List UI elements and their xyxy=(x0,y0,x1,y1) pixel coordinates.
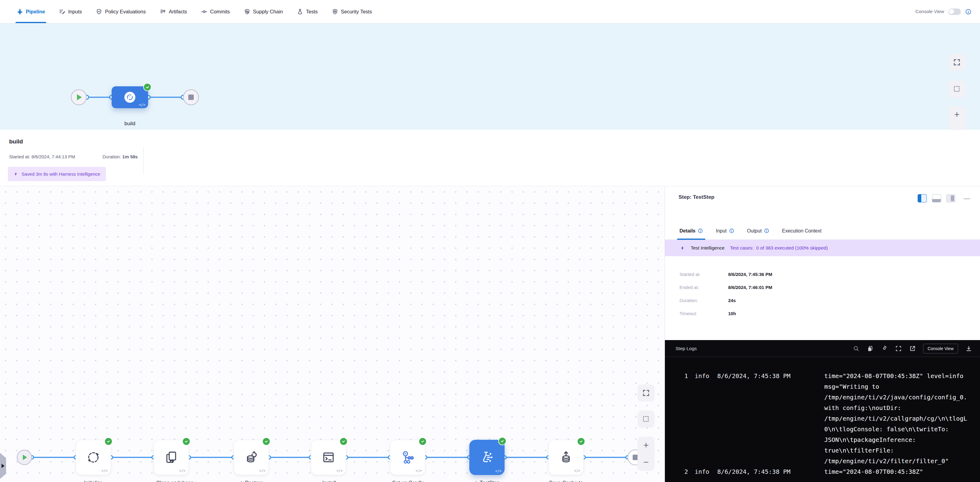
info-icon[interactable] xyxy=(764,228,769,233)
code-glyph: </> xyxy=(101,469,108,473)
layout-bottom-panel-icon[interactable] xyxy=(932,194,941,202)
step-card-install-dependencies[interactable]: </> xyxy=(311,440,346,475)
stage-graph-canvas[interactable]: </> build + − xyxy=(0,24,980,130)
tab-tests[interactable]: Tests xyxy=(297,0,318,23)
step-label-initialize: Initialize xyxy=(73,479,113,482)
zoom-out-button[interactable]: − xyxy=(638,454,655,471)
harness-intelligence-savings-badge[interactable]: Saved 3m 8s with Harness Intelligence xyxy=(8,167,106,181)
pipeline-start-node xyxy=(71,89,87,105)
tab-execution-context[interactable]: Execution Context xyxy=(782,222,821,239)
restore-cache-icon xyxy=(244,450,258,465)
step-card-restore-cache[interactable]: </> xyxy=(234,440,269,475)
zoom-in-button[interactable]: + xyxy=(638,437,655,454)
external-link-icon[interactable] xyxy=(909,345,916,352)
lightning-bolt-icon xyxy=(14,171,18,177)
step-logs-title: Step Logs xyxy=(676,346,697,351)
info-icon[interactable] xyxy=(729,228,734,233)
step-details-panel: Step: TestStep — Details Input Output Ex… xyxy=(665,186,980,482)
settings-gear-icon[interactable] xyxy=(881,345,888,352)
stop-icon xyxy=(188,95,194,100)
step-graph-canvas[interactable]: </> </> </> </> </> </> xyxy=(0,186,665,482)
tab-label: Security Tests xyxy=(341,9,372,14)
step-label-restore-cache: Restore Cache From... xyxy=(231,479,271,482)
copy-icon[interactable] xyxy=(867,345,873,352)
tab-label: Artifacts xyxy=(169,9,187,14)
savings-badge-text: Saved 3m 8s with Harness Intelligence xyxy=(22,171,100,177)
tab-commits[interactable]: Commits xyxy=(201,0,230,23)
ti-banner-cases: Test cases: 0 of 383 executed (100% skip… xyxy=(730,245,827,251)
log-message: time="2024-08-07T00:45:38Z" level=info m… xyxy=(824,371,969,466)
info-icon[interactable] xyxy=(698,228,703,233)
zoom-in-button[interactable]: + xyxy=(948,106,966,123)
tab-details[interactable]: Details xyxy=(679,222,703,239)
layout-left-panel-icon[interactable] xyxy=(918,194,927,202)
stage-node-build[interactable]: </> xyxy=(111,86,148,108)
minimize-panel-icon[interactable]: — xyxy=(964,195,970,202)
panel-title: Step: TestStep xyxy=(679,194,714,200)
step-card-save-cache[interactable]: </> xyxy=(549,440,584,475)
tab-pipeline[interactable]: Pipeline xyxy=(17,0,45,23)
step-card-initialize[interactable]: </> xyxy=(76,440,111,475)
lightning-bolt-icon xyxy=(239,480,243,482)
step-card-teststep[interactable]: </> xyxy=(469,440,504,475)
step-label-teststep: TestStep xyxy=(467,479,507,482)
step-label-set-up-gradle: Set up Gradle xyxy=(391,479,425,482)
fit-to-screen-button[interactable] xyxy=(948,54,966,71)
detail-value: 10h xyxy=(728,311,736,316)
layout-right-panel-icon[interactable] xyxy=(946,194,955,202)
duration-value: 1m 58s xyxy=(122,154,138,159)
success-check-badge xyxy=(182,437,190,446)
stage-node-label: build xyxy=(111,121,148,127)
code-glyph: </> xyxy=(574,469,580,473)
clone-codebase-icon xyxy=(164,450,178,465)
panel-layout-controls: — xyxy=(918,194,970,202)
step-card-set-up-gradle[interactable]: </> xyxy=(390,440,425,475)
console-view-control: Console View xyxy=(916,8,972,15)
step-label-save-cache: Save Cache to Harness xyxy=(546,479,586,482)
lightning-bolt-icon xyxy=(680,245,685,251)
tab-label: Inputs xyxy=(68,9,82,14)
download-icon[interactable] xyxy=(966,345,972,352)
tab-security-tests[interactable]: Security Tests xyxy=(332,0,372,23)
marquee-select-button[interactable] xyxy=(638,411,655,428)
detail-label: Ended at: xyxy=(679,285,728,290)
console-view-toggle[interactable] xyxy=(948,8,961,15)
tab-input[interactable]: Input xyxy=(716,222,734,239)
tab-policy-evaluations[interactable]: Policy Evaluations xyxy=(96,0,146,23)
tab-artifacts[interactable]: Artifacts xyxy=(160,0,187,23)
tab-output[interactable]: Output xyxy=(747,222,769,239)
tab-label: Output xyxy=(747,228,762,234)
code-glyph: </> xyxy=(336,469,343,473)
started-value: 8/6/2024, 7:44:13 PM xyxy=(31,154,75,159)
fit-to-screen-button[interactable] xyxy=(638,384,655,401)
search-icon[interactable] xyxy=(853,345,859,352)
detail-row-timeout: Timeout: 10h xyxy=(679,307,772,320)
ti-banner-title: Test Intelligence xyxy=(691,245,724,251)
test-intelligence-banner: Test Intelligence Test cases: 0 of 383 e… xyxy=(665,240,980,256)
tab-label: Policy Evaluations xyxy=(105,9,146,14)
duration-label: Duration: xyxy=(102,154,121,159)
detail-value: 8/6/2024, 7:45:36 PM xyxy=(728,272,772,277)
log-message: time="2024-08-07T00:45:38Z" xyxy=(824,466,969,477)
top-navigation: Pipeline Inputs Policy Evaluations Artif… xyxy=(0,0,980,24)
commits-icon xyxy=(201,8,207,15)
tab-inputs[interactable]: Inputs xyxy=(59,0,82,23)
console-view-button[interactable]: Console View xyxy=(923,344,958,354)
detail-label: Duration: xyxy=(679,298,728,303)
log-line-number: 1 xyxy=(680,371,688,381)
tab-supply-chain[interactable]: Supply Chain xyxy=(244,0,283,23)
marquee-select-button[interactable] xyxy=(948,81,966,98)
tab-label: Supply Chain xyxy=(253,9,283,14)
save-cache-icon xyxy=(559,450,573,465)
success-check-badge xyxy=(339,437,348,446)
stage-duration: Duration: 1m 58s xyxy=(102,154,138,159)
detail-value: 8/6/2024, 7:46:01 PM xyxy=(728,285,772,290)
fullscreen-icon[interactable] xyxy=(895,345,902,352)
code-glyph: </> xyxy=(179,469,186,473)
success-check-badge xyxy=(143,83,151,91)
zoom-controls: + − xyxy=(638,437,655,471)
execution-tabs: Pipeline Inputs Policy Evaluations Artif… xyxy=(17,0,372,23)
step-card-clone-codebase[interactable]: </> xyxy=(154,440,189,475)
info-icon[interactable] xyxy=(965,8,972,15)
security-tests-icon xyxy=(332,8,338,15)
